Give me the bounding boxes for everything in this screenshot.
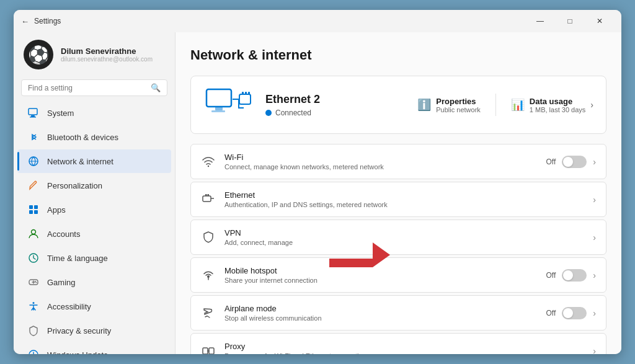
- hotspot-toggle-label: Off: [546, 271, 556, 280]
- wifi-desc: Connect, manage known networks, metered …: [224, 163, 538, 171]
- ethernet-info: Ethernet 2 Connected: [265, 93, 405, 117]
- sidebar-item-accounts-label: Accounts: [47, 229, 80, 239]
- sidebar-item-time[interactable]: Time & language: [17, 246, 171, 270]
- avatar: ⚽: [24, 40, 53, 69]
- sidebar-item-network[interactable]: Network & internet: [17, 149, 171, 173]
- wifi-toggle[interactable]: [562, 156, 587, 168]
- sidebar-item-apps-label: Apps: [47, 205, 66, 215]
- ethernet-banner[interactable]: Ethernet 2 Connected ℹ️ Properties Publi…: [190, 76, 606, 134]
- svg-rect-23: [203, 196, 211, 202]
- svg-rect-21: [248, 92, 250, 94]
- ethernet-title: Ethernet: [224, 190, 584, 200]
- system-icon: [27, 107, 40, 119]
- svg-rect-28: [209, 348, 214, 354]
- hotspot-icon: [201, 268, 216, 283]
- airplane-chevron: ›: [593, 308, 596, 318]
- user-name: Dilum Senevirathne: [61, 47, 153, 56]
- sidebar-item-accounts[interactable]: Accounts: [17, 222, 171, 246]
- svg-rect-0: [29, 109, 37, 115]
- minimize-button[interactable]: —: [526, 12, 554, 30]
- svg-rect-27: [203, 348, 208, 354]
- sidebar-item-accessibility[interactable]: Accessibility: [17, 295, 171, 318]
- hotspot-chevron: ›: [593, 270, 596, 280]
- titlebar-controls: — □ ✕: [526, 12, 614, 30]
- titlebar: ← Settings — □ ✕: [14, 10, 621, 32]
- data-usage-action[interactable]: 📊 Data usage 1 MB, last 30 days ›: [511, 94, 593, 116]
- maximize-button[interactable]: □: [556, 12, 584, 30]
- sidebar-item-apps[interactable]: Apps: [17, 198, 171, 221]
- svg-point-22: [208, 165, 209, 166]
- wifi-toggle-label: Off: [546, 158, 556, 166]
- proxy-chevron: ›: [593, 346, 596, 355]
- wifi-chevron: ›: [593, 157, 596, 167]
- wifi-content: Wi-Fi Connect, manage known networks, me…: [224, 153, 538, 171]
- close-button[interactable]: ✕: [585, 12, 614, 30]
- sidebar-item-network-label: Network & internet: [47, 157, 113, 166]
- sidebar-nav: System Bluetooth & devices Network & int…: [14, 101, 175, 354]
- settings-item-vpn[interactable]: VPN Add, connect, manage ›: [190, 220, 606, 255]
- vpn-title: VPN: [224, 228, 584, 237]
- sidebar-item-gaming[interactable]: Gaming: [17, 270, 171, 294]
- back-icon[interactable]: ←: [21, 17, 29, 26]
- accounts-icon: [27, 228, 40, 240]
- time-icon: [27, 252, 40, 264]
- ethernet-content: Ethernet Authentication, IP and DNS sett…: [224, 190, 584, 208]
- wifi-title: Wi-Fi: [224, 153, 538, 162]
- sidebar-item-windows-update-label: Windows Update: [47, 350, 108, 355]
- personalization-icon: [27, 179, 40, 192]
- ethernet-desc: Authentication, IP and DNS settings, met…: [224, 201, 584, 208]
- sidebar-item-privacy[interactable]: Privacy & security: [17, 319, 171, 342]
- windows-update-icon: [27, 348, 40, 354]
- svg-rect-24: [205, 194, 207, 196]
- gaming-icon: [27, 276, 40, 288]
- titlebar-title: Settings: [34, 17, 61, 25]
- network-icon: [27, 155, 40, 167]
- sidebar-item-system-label: System: [47, 109, 74, 118]
- proxy-title: Proxy: [224, 342, 584, 351]
- sidebar: ⚽ Dilum Senevirathne dilum.senevirathne@…: [14, 32, 175, 354]
- airplane-desc: Stop all wireless communication: [224, 314, 538, 322]
- vpn-content: VPN Add, connect, manage: [224, 228, 584, 246]
- svg-rect-5: [34, 205, 38, 209]
- sidebar-item-gaming-label: Gaming: [47, 278, 76, 287]
- status-dot: [265, 110, 272, 116]
- user-info: Dilum Senevirathne dilum.senevirathne@ou…: [61, 47, 153, 63]
- airplane-toggle[interactable]: [562, 307, 587, 319]
- hotspot-title: Mobile hotspot: [224, 266, 538, 275]
- properties-action[interactable]: ℹ️ Properties Public network: [417, 94, 481, 116]
- main-content: ⚽ Dilum Senevirathne dilum.senevirathne@…: [14, 32, 621, 354]
- sidebar-item-bluetooth[interactable]: Bluetooth & devices: [17, 125, 171, 149]
- search-input[interactable]: [28, 84, 146, 92]
- proxy-content: Proxy Proxy server for Wi-Fi and Etherne…: [224, 342, 584, 354]
- airplane-content: Airplane mode Stop all wireless communic…: [224, 304, 538, 322]
- airplane-toggle-label: Off: [546, 309, 556, 317]
- airplane-right: Off ›: [546, 307, 596, 319]
- vpn-chevron: ›: [593, 233, 596, 242]
- divider: [495, 94, 496, 116]
- sidebar-item-system[interactable]: System: [17, 101, 171, 125]
- sidebar-item-time-label: Time & language: [47, 254, 108, 263]
- sidebar-item-windows-update[interactable]: Windows Update: [17, 343, 171, 354]
- settings-item-proxy[interactable]: Proxy Proxy server for Wi-Fi and Etherne…: [190, 333, 606, 354]
- hotspot-toggle[interactable]: [562, 269, 587, 282]
- svg-point-12: [36, 282, 37, 283]
- accessibility-icon: [27, 300, 40, 313]
- settings-item-ethernet[interactable]: Ethernet Authentication, IP and DNS sett…: [190, 182, 606, 217]
- page-title: Network & internet: [190, 47, 606, 63]
- airplane-icon: [201, 306, 216, 321]
- search-box[interactable]: 🔍: [21, 79, 167, 96]
- apps-icon: [27, 203, 40, 216]
- data-usage-text: Data usage 1 MB, last 30 days: [530, 97, 586, 113]
- search-icon: 🔍: [151, 83, 161, 92]
- ethernet-right: ›: [593, 195, 596, 205]
- settings-item-wifi[interactable]: Wi-Fi Connect, manage known networks, me…: [190, 144, 606, 179]
- settings-item-airplane[interactable]: Airplane mode Stop all wireless communic…: [190, 295, 606, 331]
- svg-rect-4: [29, 205, 33, 209]
- settings-item-hotspot[interactable]: Mobile hotspot Share your internet conne…: [190, 257, 606, 293]
- svg-rect-17: [211, 110, 225, 112]
- settings-window: ← Settings — □ ✕ ⚽ Dilum Senevirathne di…: [14, 10, 621, 354]
- svg-rect-6: [29, 210, 33, 214]
- sidebar-item-personalization[interactable]: Personalization: [17, 174, 171, 197]
- titlebar-left: ← Settings: [21, 17, 61, 26]
- sidebar-item-accessibility-label: Accessibility: [47, 302, 91, 311]
